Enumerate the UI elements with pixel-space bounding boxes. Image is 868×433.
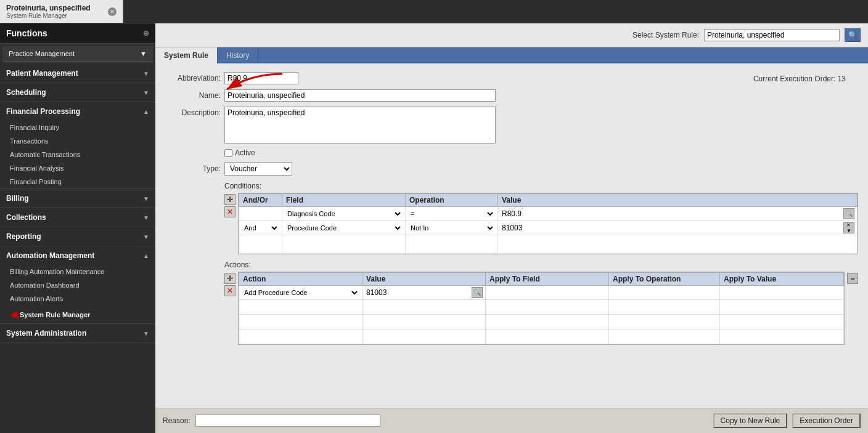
action-apply-operation-1 [609, 286, 720, 300]
chevron-icon: ▼ [143, 330, 149, 337]
actions-col-value: Value [362, 273, 486, 286]
conditions-col-value: Value [498, 194, 858, 207]
abbreviation-label: Abbreviation: [165, 72, 221, 83]
execution-order-button[interactable]: Execution Order [792, 413, 861, 428]
sidebar-item-financial-inquiry[interactable]: Financial Inquiry [0, 121, 155, 134]
condition-operation-select-1[interactable]: = [408, 209, 495, 218]
action-value-1: 81003 🔍 [362, 286, 486, 300]
condition-value-2: 81003 ✕▼ [498, 221, 858, 235]
sidebar-item-transactions[interactable]: Transactions [0, 134, 155, 148]
sidebar-section-scheduling: Scheduling ▼ [0, 83, 155, 102]
condition-value-1: R80.9 🔍 [498, 207, 858, 221]
sidebar-item-billing-automation-maintenance[interactable]: Billing Automation Maintenance [0, 265, 155, 278]
reporting-header[interactable]: Reporting ▼ [0, 227, 155, 246]
scheduling-label: Scheduling [6, 88, 46, 97]
sidebar-item-automation-alerts[interactable]: Automation Alerts [0, 292, 155, 306]
active-tab[interactable]: Proteinuria, unspecified System Rule Man… [0, 0, 123, 23]
tab-subtitle: System Rule Manager [6, 12, 102, 19]
sidebar-module-dropdown[interactable]: Practice Management ▼ [2, 46, 153, 62]
sidebar-pin-icon[interactable]: ⊕ [143, 29, 149, 38]
tab-system-rule[interactable]: System Rule [155, 47, 218, 63]
sidebar-section-collections: Collections ▼ [0, 208, 155, 227]
add-action-button[interactable]: ✛ [224, 273, 235, 284]
description-textarea[interactable]: Proteinuria, unspecified [224, 107, 496, 144]
search-icon: 🔍 [848, 31, 858, 39]
abbreviation-row: Abbreviation: [165, 72, 753, 84]
reporting-label: Reporting [6, 232, 41, 241]
reason-label: Reason: [163, 416, 190, 425]
condition-row-2: And Procedure Code Not In [239, 221, 858, 235]
remove-condition-button[interactable]: ✕ [224, 206, 235, 217]
collections-header[interactable]: Collections ▼ [0, 208, 155, 227]
chevron-icon: ▼ [143, 70, 149, 77]
sidebar-item-automatic-transactions[interactable]: Automatic Transactions [0, 148, 155, 161]
name-row: Name: [165, 89, 753, 102]
condition-operation-2: Not In [406, 221, 498, 235]
financial-processing-header[interactable]: Financial Processing ▲ [0, 102, 155, 121]
sidebar-item-financial-posting[interactable]: Financial Posting [0, 175, 155, 188]
close-icon[interactable]: ✕ [108, 7, 117, 16]
name-input[interactable] [224, 89, 496, 102]
action-apply-value-1 [720, 286, 844, 300]
automation-management-header[interactable]: Automation Management ▲ [0, 246, 155, 265]
system-rule-input[interactable] [704, 29, 840, 41]
condition-andor-select-2[interactable]: And [242, 224, 279, 232]
condition-value-lookup-1[interactable]: 🔍 [843, 208, 854, 219]
sidebar-item-system-rule-manager[interactable]: ◀ System Rule Manager [0, 306, 155, 323]
name-label: Name: [165, 89, 221, 100]
sidebar-section-patient-management: Patient Management ▼ [0, 64, 155, 83]
patient-management-header[interactable]: Patient Management ▼ [0, 64, 155, 83]
sidebar-header: Functions ⊕ [0, 23, 155, 44]
active-checkbox[interactable] [224, 149, 232, 157]
actions-col-apply-field: Apply To Field [486, 273, 609, 286]
sidebar-section-automation-management: Automation Management ▲ Billing Automati… [0, 246, 155, 324]
conditions-col-field: Field [282, 194, 406, 207]
system-rule-bar: Select System Rule: 🔍 [155, 23, 868, 47]
condition-value-lookup-2[interactable]: ✕▼ [843, 222, 854, 233]
type-select[interactable]: Voucher [224, 162, 292, 176]
condition-operation-select-2[interactable]: Not In [408, 224, 495, 232]
chevron-up-icon: ▲ [143, 108, 149, 115]
billing-label: Billing [6, 194, 29, 203]
actions-col-apply-value: Apply To Value [720, 273, 844, 286]
sidebar-module-label: Practice Management [9, 50, 75, 57]
copy-to-new-rule-button[interactable]: Copy to New Rule [713, 413, 788, 428]
reason-input[interactable] [195, 415, 380, 427]
abbreviation-input[interactable] [224, 72, 298, 84]
type-label: Type: [165, 164, 221, 173]
action-row-empty-3 [239, 330, 844, 344]
system-rule-search-button[interactable]: 🔍 [845, 28, 861, 42]
chevron-icon: ▼ [143, 195, 149, 202]
conditions-col-andor: And/Or [239, 194, 282, 207]
action-row-1: Add Procedure Code 81003 🔍 [239, 286, 844, 300]
scheduling-header[interactable]: Scheduling ▼ [0, 83, 155, 102]
conditions-section: Conditions: ✛ ✕ And/Or Field [165, 182, 858, 254]
tab-history[interactable]: History [218, 47, 258, 63]
collections-label: Collections [6, 213, 46, 222]
actions-table: Action Value Apply To Field Apply To Ope… [239, 272, 844, 344]
main-content: Select System Rule: 🔍 System Rule Histor… [155, 23, 868, 433]
add-condition-button[interactable]: ✛ [224, 194, 235, 205]
conditions-label: Conditions: [224, 182, 858, 190]
condition-field-select-1[interactable]: Diagnosis Code [285, 209, 403, 218]
action-value-lookup-1[interactable]: 🔍 [472, 287, 483, 298]
sidebar-item-financial-analysis[interactable]: Financial Analysis [0, 161, 155, 175]
condition-field-1: Diagnosis Code [282, 207, 406, 221]
sidebar-title: Functions [6, 28, 47, 38]
chevron-icon: ▼ [143, 214, 149, 221]
conditions-col-operation: Operation [406, 194, 498, 207]
action-select-1[interactable]: Add Procedure Code [242, 288, 359, 297]
condition-row-1: Diagnosis Code = R80.9 [239, 207, 858, 221]
actions-label: Actions: [224, 261, 858, 269]
actions-col-action: Action [239, 273, 362, 286]
billing-header[interactable]: Billing ▼ [0, 189, 155, 208]
system-administration-header[interactable]: System Administration ▼ [0, 324, 155, 342]
actions-col-apply-operation: Apply To Operation [609, 273, 720, 286]
remove-action-button[interactable]: ✕ [224, 285, 235, 296]
arrow-right-icon: ◀ [10, 309, 17, 320]
actions-extra-button[interactable]: ⇔ [847, 273, 858, 284]
condition-field-select-2[interactable]: Procedure Code [285, 224, 403, 232]
description-label: Description: [165, 107, 221, 117]
sidebar-item-automation-dashboard[interactable]: Automation Dashboard [0, 278, 155, 292]
condition-operation-1: = [406, 207, 498, 221]
